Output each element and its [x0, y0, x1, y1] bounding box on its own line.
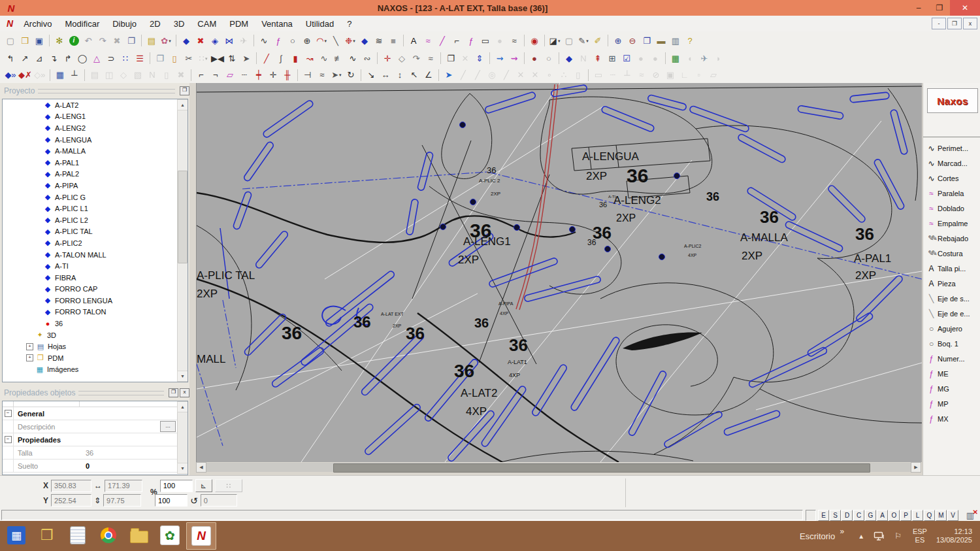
- tree-item-a-pal1[interactable]: ◆A-PAL1: [3, 157, 188, 169]
- point-on-line-icon[interactable]: ╱: [260, 52, 273, 65]
- measure-height-icon[interactable]: ↕: [393, 69, 406, 82]
- panel-maximize-icon[interactable]: ❐: [169, 388, 178, 397]
- grading-table-icon[interactable]: ☰: [133, 52, 146, 65]
- property-section-propiedades[interactable]: −Propiedades: [3, 433, 188, 446]
- arc-tool-1-icon[interactable]: ↰: [4, 52, 17, 65]
- tree-item-a-plic-l1[interactable]: ◆A-PLIC L1: [3, 203, 188, 214]
- tree-item-a-plic-tal[interactable]: ◆A-PLIC TAL: [3, 226, 188, 238]
- tool-cortes[interactable]: ∿Cortes: [923, 171, 980, 186]
- cluster-points-icon[interactable]: ∷: [119, 52, 132, 65]
- axis-toggle-icon[interactable]: ⊾: [195, 479, 212, 492]
- language-indicator[interactable]: ESP ES: [913, 527, 927, 544]
- function-curve-2-icon[interactable]: ƒ: [465, 34, 478, 47]
- tool-mx[interactable]: ƒMX: [923, 411, 980, 426]
- text-tool-icon[interactable]: A: [407, 34, 420, 47]
- naxos-app[interactable]: N: [186, 522, 216, 550]
- tree-item-hojas[interactable]: +▤Hojas: [3, 341, 188, 352]
- letter-button-s[interactable]: S: [830, 510, 841, 521]
- child-minimize-button[interactable]: -: [932, 18, 946, 29]
- desktop-toolbar[interactable]: Escritorio »: [800, 531, 844, 541]
- scroll-left-icon[interactable]: ◀: [196, 462, 206, 473]
- tree-item-im-genes[interactable]: ▦Imágenes: [3, 364, 188, 376]
- network-icon[interactable]: [874, 531, 885, 541]
- magnifier-open-icon[interactable]: ○: [542, 52, 555, 65]
- palette-icon[interactable]: ✿▾: [159, 34, 172, 47]
- clock[interactable]: 12:13 13/08/2025: [936, 527, 972, 544]
- ruler-marks-icon[interactable]: ┄: [238, 69, 251, 82]
- scale-x-input[interactable]: 100: [160, 480, 193, 492]
- properties-scrollbar[interactable]: ▲ ▼: [177, 401, 188, 474]
- pieces-delete-icon[interactable]: ◆✗: [18, 69, 32, 82]
- measure-width-icon[interactable]: ↔: [379, 69, 392, 82]
- pencil-pair-icon[interactable]: ✎▾: [577, 34, 590, 47]
- restore-button[interactable]: ❐: [929, 0, 950, 16]
- tool-mp[interactable]: ƒMP: [923, 396, 980, 411]
- trapezoid-tool-icon[interactable]: ▱: [223, 69, 237, 82]
- tree-item-a-talon-mall[interactable]: ◆A-TALON MALL: [3, 249, 188, 261]
- tool-me[interactable]: ƒME: [923, 366, 980, 381]
- tree-item-forro-talon[interactable]: ◆FORRO TALON: [3, 307, 188, 318]
- printer-disabled-icon[interactable]: ▥ ✕: [962, 510, 979, 520]
- expand-icon[interactable]: +: [26, 354, 33, 361]
- draw-rectangle-icon[interactable]: ▭: [479, 34, 492, 47]
- menu-pdm[interactable]: PDM: [223, 18, 255, 30]
- construction-line-icon[interactable]: ╲: [329, 34, 342, 47]
- copy-icon[interactable]: ❐: [154, 52, 167, 65]
- child-restore-button[interactable]: ❐: [947, 18, 962, 29]
- flag-icon[interactable]: ⚐: [894, 531, 902, 541]
- tree-item-a-pal2[interactable]: ◆A-PAL2: [3, 169, 188, 180]
- tree-item-fibra[interactable]: ◆FIBRA: [3, 272, 188, 284]
- resize-diagonal-icon[interactable]: ↘: [365, 69, 378, 82]
- mirror-piece-icon[interactable]: ⋈: [223, 34, 236, 47]
- drop-node-icon[interactable]: ┴: [68, 69, 81, 82]
- tree-item-3d[interactable]: ✦3D: [3, 329, 188, 341]
- corner-radius-icon[interactable]: ⌐: [450, 34, 463, 47]
- tree-item-forro-lengua[interactable]: ◆FORRO LENGUA: [3, 295, 188, 307]
- scroll-up-icon[interactable]: ▲: [177, 401, 188, 412]
- magnifier-filled-icon[interactable]: ●: [528, 52, 541, 65]
- push-curve-blue-icon[interactable]: ⇝: [493, 52, 506, 65]
- notepad-app[interactable]: [63, 522, 92, 548]
- draw-point-icon[interactable]: ⊕: [301, 34, 314, 47]
- green-design-app[interactable]: ✿: [155, 522, 184, 548]
- paste-icon[interactable]: ▯: [168, 52, 181, 65]
- property-section-general[interactable]: −General: [3, 407, 188, 420]
- scroll-thumb[interactable]: [178, 171, 188, 263]
- start-grid-app[interactable]: ▦: [2, 522, 31, 548]
- tool-agujero[interactable]: ○Agujero: [923, 321, 980, 336]
- draw-circle-icon[interactable]: ○: [286, 34, 299, 47]
- arc-tool-5-icon[interactable]: ↱: [61, 52, 74, 65]
- letter-button-d[interactable]: D: [841, 510, 853, 521]
- refit-wave-icon[interactable]: ≈: [424, 52, 437, 65]
- double-marks-icon[interactable]: ╫: [281, 69, 294, 82]
- corner-trim-right-icon[interactable]: ¬: [209, 69, 222, 82]
- tool-pieza[interactable]: APieza: [923, 276, 980, 291]
- tree-item-a-ti[interactable]: ◆A-TI: [3, 260, 188, 272]
- tool-costura[interactable]: ✎✎Costura: [923, 246, 980, 261]
- draw-arc-icon[interactable]: ◠▾: [315, 34, 328, 47]
- letter-button-p[interactable]: P: [900, 510, 911, 521]
- select-cursor-icon[interactable]: ➤▾: [330, 69, 343, 82]
- draw-ellipse-icon[interactable]: ◯: [76, 52, 89, 65]
- measure-angle-icon[interactable]: ∠: [422, 69, 435, 82]
- panel-close-icon[interactable]: x: [180, 388, 189, 397]
- insert-segment-icon[interactable]: ⊣: [301, 69, 314, 82]
- fill-region-icon[interactable]: ■: [387, 34, 400, 47]
- letter-button-a[interactable]: A: [877, 510, 888, 521]
- tree-item-a-lengua[interactable]: ◆A-LENGUA: [3, 134, 188, 146]
- open-file-icon[interactable]: ❒: [18, 34, 31, 47]
- smooth-curve-icon[interactable]: ≈: [508, 34, 521, 47]
- duplicate-frame-icon[interactable]: ❐: [444, 52, 457, 65]
- rotate-reference-icon[interactable]: ◉: [528, 34, 541, 47]
- pin-measure-icon[interactable]: ✛: [381, 52, 394, 65]
- new-document-icon[interactable]: ▢: [4, 34, 17, 47]
- tree-scrollbar[interactable]: ▲ ▼: [177, 99, 188, 382]
- tool-paralela[interactable]: ≈Paralela: [923, 186, 980, 201]
- tree-item-a-plic-g[interactable]: ◆A-PLIC G: [3, 192, 188, 203]
- letter-button-v[interactable]: V: [947, 510, 958, 521]
- ellipsis-button[interactable]: ...: [160, 421, 176, 432]
- letter-button-o[interactable]: O: [889, 510, 900, 521]
- freehand-pencil-icon[interactable]: ✐: [591, 34, 604, 47]
- contour-dashed-icon[interactable]: ▢: [563, 34, 576, 47]
- calculator-icon[interactable]: ▦: [54, 69, 67, 82]
